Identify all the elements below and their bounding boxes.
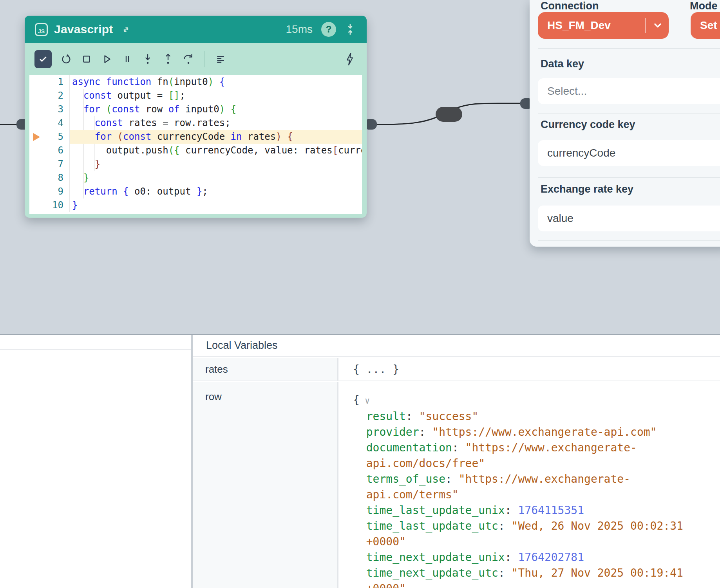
javascript-node[interactable]: JS Javascript 15ms ? — [25, 16, 367, 218]
javascript-icon: JS — [35, 23, 48, 36]
local-variables-header: Local Variables — [193, 335, 720, 357]
json-line: documentation: "https://www.exchangerate… — [353, 440, 720, 456]
stop-icon[interactable] — [81, 52, 92, 66]
line-number: 5 — [58, 130, 63, 144]
currency-code-key-input[interactable]: currencyCode — [538, 140, 720, 166]
connection-select-button[interactable]: HS_FM_Dev — [538, 12, 669, 39]
variable-name: rates — [193, 358, 338, 381]
panel-input-port[interactable] — [520, 98, 530, 109]
code-line[interactable]: 10} — [29, 198, 362, 212]
code-line[interactable]: 8 } — [29, 171, 362, 185]
variable-name: row — [193, 382, 338, 588]
exchange-rate-key-label: Exchange rate key — [541, 183, 633, 195]
chevron-down-icon[interactable]: ∨ — [360, 396, 370, 406]
code-line[interactable]: 5 for (const currencyCode in rates) { — [29, 130, 362, 144]
variable-value[interactable]: { ... } — [338, 358, 720, 381]
json-line: provider: "https://www.exchangerate-api.… — [353, 424, 720, 440]
lint-hint-dots: ... — [171, 83, 190, 89]
json-line: api.com/terms" — [353, 487, 720, 503]
variable-row-row[interactable]: row { ∨ result: "success" provider: "htt… — [193, 382, 720, 588]
exchange-rate-key-input[interactable]: value — [538, 206, 720, 231]
line-number: 3 — [58, 103, 63, 116]
code-line[interactable]: 4 const rates = row.rates; — [29, 116, 362, 130]
step-into-icon[interactable] — [142, 52, 154, 66]
step-over-icon[interactable] — [183, 52, 194, 66]
row-json: { ∨ result: "success" provider: "https:/… — [353, 392, 720, 588]
data-key-placeholder: Select... — [547, 85, 587, 97]
json-line: time_last_update_unix: 1764115351 — [353, 503, 720, 518]
divider — [538, 177, 720, 178]
code-editor[interactable]: 1async function fn(input0) {...2 const o… — [29, 75, 362, 214]
code-line[interactable]: 6 output.push({ currencyCode, value: rat… — [29, 144, 362, 157]
toolbar-divider — [204, 51, 205, 67]
exchange-rate-key-value: value — [547, 212, 573, 225]
logs-icon[interactable] — [215, 52, 226, 66]
json-line: result: "success" — [353, 409, 720, 424]
json-line: terms_of_use: "https://www.exchangerate- — [353, 471, 720, 487]
debug-toolbar — [25, 43, 367, 75]
divider — [538, 113, 720, 114]
json-line: { ∨ — [353, 392, 720, 409]
line-number: 10 — [52, 198, 63, 212]
button-divider — [645, 18, 646, 33]
code-lines: 1async function fn(input0) {...2 const o… — [29, 75, 362, 212]
variable-row-rates[interactable]: rates { ... } — [193, 358, 720, 381]
check-button[interactable] — [34, 50, 52, 68]
left-pane-divider — [0, 349, 191, 350]
junction-blob[interactable] — [436, 107, 462, 122]
json-line: time_last_update_utc: "Wed, 26 Nov 2025 … — [353, 518, 720, 534]
config-panel: Connection Mode HS_FM_Dev Set Data key S… — [530, 0, 720, 247]
restart-icon[interactable] — [60, 52, 72, 66]
help-icon[interactable]: ? — [321, 22, 336, 37]
local-variables-title: Local Variables — [206, 339, 278, 352]
chevron-down-icon — [652, 20, 663, 31]
data-key-input[interactable]: Select... — [538, 78, 720, 104]
divider — [538, 48, 720, 49]
wire-node-to-junction — [376, 117, 438, 124]
mode-set-label: Set — [700, 19, 717, 32]
line-number: 2 — [58, 89, 63, 103]
json-line: +0000" — [353, 534, 720, 550]
wire-junction-to-panel — [454, 103, 521, 109]
pause-icon[interactable] — [121, 52, 133, 66]
line-number: 8 — [58, 171, 63, 185]
connection-value: HS_FM_Dev — [547, 19, 611, 32]
json-line: +0000" — [353, 581, 720, 588]
expand-icon[interactable] — [121, 24, 131, 35]
line-number: 4 — [58, 116, 63, 130]
code-line[interactable]: 9 return { o0: output }; — [29, 185, 362, 198]
line-number: 7 — [58, 157, 63, 171]
divider — [538, 240, 720, 241]
node-header[interactable]: JS Javascript 15ms ? — [25, 16, 367, 43]
collapse-icon[interactable] — [345, 23, 356, 36]
debug-bottom-panel: Local Variables rates { ... } row { ∨ re… — [0, 334, 720, 588]
node-output-port[interactable] — [367, 119, 377, 130]
node-title: Javascript — [54, 23, 113, 36]
step-out-icon[interactable] — [162, 52, 174, 66]
code-line[interactable]: 1async function fn(input0) {... — [29, 75, 362, 89]
json-line: time_next_update_utc: "Thu, 27 Nov 2025 … — [353, 565, 720, 581]
continue-icon[interactable] — [101, 52, 113, 66]
execution-duration: 15ms — [286, 23, 313, 36]
lightning-icon[interactable] — [344, 52, 356, 66]
line-number: 6 — [58, 144, 63, 157]
data-key-label: Data key — [541, 58, 584, 70]
code-line[interactable]: 3 for (const row of input0) { — [29, 103, 362, 116]
code-line[interactable]: 2 const output = []; — [29, 89, 362, 103]
variable-value[interactable]: { ∨ result: "success" provider: "https:/… — [338, 382, 720, 588]
currency-code-key-value: currencyCode — [547, 147, 615, 159]
mode-set-button[interactable]: Set — [691, 12, 720, 39]
mode-label: Mode — [690, 0, 718, 12]
debug-current-line-icon — [33, 133, 40, 141]
line-number: 1 — [58, 75, 63, 89]
json-line: time_next_update_unix: 1764202781 — [353, 550, 720, 565]
currency-code-key-label: Currency code key — [541, 119, 635, 131]
line-number: 9 — [58, 185, 63, 198]
json-line: api.com/docs/free" — [353, 456, 720, 471]
connection-label: Connection — [541, 0, 599, 12]
code-line[interactable]: 7 } — [29, 157, 362, 171]
